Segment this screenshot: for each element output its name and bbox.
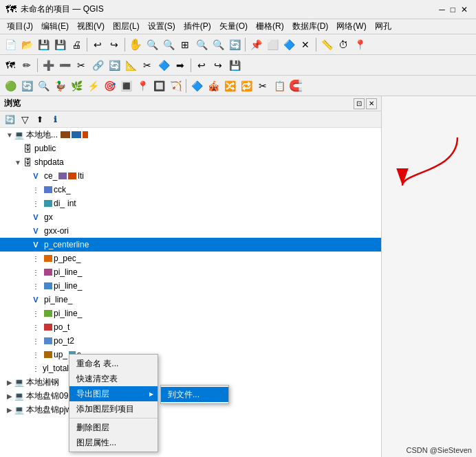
tb2-node-tool[interactable]: 🔗 — [90, 58, 105, 73]
tree-item-shpdata[interactable]: ▼ 🗄 shpdata — [0, 155, 381, 169]
tb3-12[interactable]: 🔷 — [189, 78, 204, 93]
tb3-9[interactable]: 📍 — [135, 78, 150, 93]
tree-container[interactable]: ▼ 💻 本地地... ▶ 🗄 public ▼ 🗄 — [0, 128, 381, 457]
tree-item-pi-line1[interactable]: ▶ ⋮ pi_line_ — [0, 265, 381, 279]
tree-item-pi-line3[interactable]: ▶ V pi_line_ — [0, 293, 381, 306]
tree-item-po-t2[interactable]: ▶ ⋮ po_t2 — [0, 334, 381, 348]
tb-save[interactable]: 💾 — [36, 37, 51, 52]
tb-new[interactable]: 📄 — [3, 37, 18, 52]
menu-raster[interactable]: 栅格(R) — [252, 19, 288, 34]
tb3-14[interactable]: 🔀 — [222, 78, 237, 93]
tb2-add-feat[interactable]: ➕ — [41, 58, 56, 73]
tb2-save-layer[interactable]: 💾 — [227, 58, 242, 73]
tb3-4[interactable]: 🦆 — [52, 78, 67, 93]
tb-zoom-full[interactable]: ⊞ — [177, 37, 193, 52]
tb-zoom-sel[interactable]: 🔍 — [210, 37, 226, 52]
panel-float[interactable]: ⊡ — [354, 98, 365, 109]
tb-save-as[interactable]: 💾 — [52, 37, 67, 52]
tree-item-local-pjwater[interactable]: ▶ 💻 本地盘锦pjwater — [0, 403, 381, 416]
tb2-redo-edit[interactable]: ↪ — [210, 58, 226, 73]
tree-item-pi-line4[interactable]: ▶ ⋮ pi_line_ — [0, 306, 381, 320]
tb3-5[interactable]: 🌿 — [69, 78, 84, 93]
tb-zoom-layer[interactable]: 🔍 — [194, 37, 209, 52]
tb2-merge[interactable]: 🔷 — [156, 58, 171, 73]
tree-item-up[interactable]: ▶ ⋮ up_ s — [0, 348, 381, 361]
tree-item-po-t[interactable]: ▶ ⋮ po_t — [0, 320, 381, 334]
tb2-digitize[interactable]: ✏ — [19, 58, 34, 73]
tb3-17[interactable]: 📋 — [272, 78, 287, 93]
tb3-16[interactable]: ✂ — [255, 78, 270, 93]
panel-close[interactable]: ✕ — [366, 98, 377, 109]
window-close[interactable]: ✕ — [461, 5, 468, 14]
toggle-local-root[interactable]: ▼ — [6, 131, 14, 139]
toggle-shpdata[interactable]: ▼ — [14, 158, 22, 166]
tb3-1[interactable]: 🟢 — [3, 78, 18, 93]
tree-item-p-pec[interactable]: ▶ ⋮ p_pec_ — [0, 252, 381, 265]
menu-layer[interactable]: 图层(L) — [109, 19, 144, 34]
ctx-properties[interactable]: 图层属性... — [69, 435, 158, 450]
tb2-rotate[interactable]: 🔄 — [107, 58, 122, 73]
ctx-add-to-project[interactable]: 添加图层到项目 — [69, 401, 158, 416]
toggle-local-pjwater[interactable]: ▶ — [6, 405, 14, 414]
tb-measure[interactable]: 📏 — [319, 37, 334, 52]
ctx-delete[interactable]: 删除图层 — [69, 420, 158, 435]
tb-deselect[interactable]: ✕ — [298, 37, 313, 52]
tb3-2[interactable]: 🔄 — [19, 78, 34, 93]
tb2-move-feat[interactable]: ✂ — [74, 58, 89, 73]
tb-redo[interactable]: ↪ — [107, 37, 122, 52]
tb3-15[interactable]: 🔁 — [239, 78, 254, 93]
tb2-undo-edit[interactable]: ↩ — [194, 58, 209, 73]
tree-item-p-centerline[interactable]: ▶ V p_centerline — [0, 238, 381, 252]
tb2-split[interactable]: ✂ — [140, 58, 155, 73]
tb3-11[interactable]: 🏹 — [168, 78, 183, 93]
tb-refresh[interactable]: 🔄 — [227, 37, 242, 52]
tb3-6[interactable]: ⚡ — [85, 78, 100, 93]
window-minimize[interactable]: ─ — [439, 5, 445, 14]
tb-open[interactable]: 📂 — [19, 37, 34, 52]
toggle-local-steel[interactable]: ▶ — [6, 378, 14, 386]
tb-select-rect[interactable]: ⬜ — [265, 37, 280, 52]
tb2-del-feat[interactable]: ➖ — [57, 58, 72, 73]
tree-item-pi-line2[interactable]: ▶ ⋮ pi_line_ — [0, 279, 381, 293]
tree-item-gxx-ori[interactable]: ▶ V gxx-ori — [0, 224, 381, 238]
tb-gps[interactable]: 📍 — [352, 37, 367, 52]
tree-item-cck[interactable]: ▶ ⋮ cck_ — [0, 183, 381, 197]
tb3-18[interactable]: 🧲 — [288, 78, 303, 93]
tb-pan[interactable]: ✋ — [128, 37, 143, 52]
panel-tb-up[interactable]: ⬆ — [33, 113, 47, 126]
tb-select-poly[interactable]: 🔷 — [281, 37, 296, 52]
ctx-export[interactable]: 导出图层 — [69, 386, 158, 401]
menu-mesh[interactable]: 网孔 — [371, 19, 396, 34]
tb-zoom-in[interactable]: 🔍 — [144, 37, 160, 52]
menu-database[interactable]: 数据库(D) — [288, 19, 333, 34]
tree-item-local-root[interactable]: ▼ 💻 本地地... — [0, 128, 381, 142]
tb3-13[interactable]: 🎪 — [206, 78, 221, 93]
menu-project[interactable]: 项目(J) — [3, 19, 37, 34]
tb3-10[interactable]: 🔲 — [151, 78, 166, 93]
tb3-8[interactable]: 🔳 — [118, 78, 133, 93]
tb2-current-layer[interactable]: 🗺 — [3, 58, 18, 73]
submenu-to-file[interactable]: 到文件... — [161, 387, 228, 402]
tb2-simplify[interactable]: 📐 — [123, 58, 138, 73]
tree-item-ce[interactable]: ▶ V ce_ lti — [0, 169, 381, 183]
menu-plugins[interactable]: 插件(P) — [180, 19, 215, 34]
menu-vector[interactable]: 矢量(O) — [215, 19, 252, 34]
menu-network[interactable]: 网络(W) — [332, 19, 370, 34]
panel-tb-info[interactable]: ℹ — [48, 113, 62, 126]
tb-undo[interactable]: ↩ — [90, 37, 105, 52]
panel-tb-refresh[interactable]: 🔄 — [3, 113, 17, 126]
toggle-local-pan0922p[interactable]: ▶ — [6, 392, 14, 400]
menu-view[interactable]: 视图(V) — [73, 19, 109, 34]
tb-identify[interactable]: 📌 — [248, 37, 263, 52]
tb3-3[interactable]: 🔍 — [36, 78, 51, 93]
tree-item-gx[interactable]: ▶ V gx — [0, 210, 381, 224]
window-maximize[interactable]: □ — [451, 5, 455, 14]
ctx-truncate[interactable]: 快速清空表 — [69, 371, 158, 386]
tb-time[interactable]: ⏱ — [336, 37, 351, 52]
tb-zoom-out[interactable]: 🔍 — [161, 37, 176, 52]
tb-print[interactable]: 🖨 — [69, 37, 84, 52]
tree-item-di[interactable]: ▶ ⋮ di_ int — [0, 197, 381, 210]
panel-tb-filter[interactable]: ▽ — [18, 113, 32, 126]
tb2-offset-point[interactable]: ➡ — [173, 58, 188, 73]
menu-edit[interactable]: 编辑(E) — [37, 19, 73, 34]
